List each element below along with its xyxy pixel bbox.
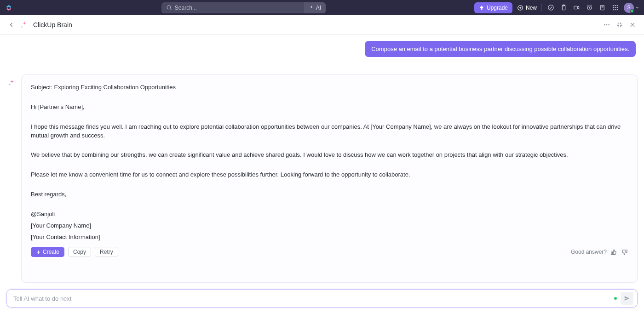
svg-point-18	[616, 7, 618, 8]
svg-point-21	[616, 9, 618, 11]
svg-point-22	[604, 24, 605, 25]
svg-point-23	[606, 24, 607, 25]
upgrade-icon	[479, 5, 484, 11]
email-contact: [Your Contact Information]	[31, 233, 628, 242]
create-button[interactable]: Create	[31, 247, 64, 257]
email-greeting: Hi [Partner's Name],	[31, 103, 628, 112]
svg-line-1	[170, 9, 171, 10]
new-button[interactable]: New	[517, 5, 537, 11]
svg-point-0	[167, 6, 171, 9]
more-options-button[interactable]	[603, 21, 611, 29]
plus-icon	[36, 250, 41, 255]
svg-point-5	[548, 5, 553, 10]
ai-response-card: Subject: Exploring Exciting Collaboratio…	[21, 74, 638, 283]
svg-point-20	[615, 9, 616, 11]
svg-point-19	[612, 9, 614, 11]
email-company: [Your Company Name]	[31, 222, 628, 230]
search-placeholder: Search...	[175, 5, 197, 11]
brain-icon	[20, 21, 29, 29]
thumbs-up-button[interactable]	[610, 249, 617, 256]
user-message: Compose an email to a potential business…	[365, 41, 636, 57]
send-icon	[624, 295, 630, 302]
clipboard-icon[interactable]	[559, 4, 568, 12]
svg-point-16	[612, 7, 614, 8]
email-subject: Subject: Exploring Exciting Collaboratio…	[31, 83, 628, 92]
collapse-button[interactable]	[615, 21, 624, 29]
user-menu[interactable]: S	[624, 3, 639, 13]
record-icon[interactable]	[572, 4, 581, 12]
page-title: ClickUp Brain	[33, 21, 72, 29]
search-ai-button[interactable]: AI	[304, 2, 326, 13]
chevron-down-icon	[635, 6, 639, 10]
send-button[interactable]	[621, 292, 633, 305]
search-icon	[166, 5, 172, 11]
email-para2: We believe that by combining our strengt…	[31, 151, 628, 160]
feedback-label: Good answer?	[571, 248, 607, 256]
ai-input[interactable]	[13, 295, 610, 302]
search-bar[interactable]: Search... AI	[161, 2, 326, 13]
copy-button[interactable]: Copy	[68, 247, 91, 257]
notepad-icon[interactable]	[598, 4, 606, 12]
ai-sparkle-icon	[6, 77, 17, 88]
avatar: S	[624, 3, 634, 13]
svg-point-24	[608, 24, 609, 25]
reminder-icon[interactable]	[585, 4, 593, 12]
email-para3: Please let me know a convenient time for…	[31, 171, 628, 179]
plus-circle-icon	[517, 5, 523, 11]
email-name: @Sanjoli	[31, 210, 628, 219]
ai-input-box[interactable]	[6, 289, 638, 308]
svg-point-17	[615, 7, 616, 8]
retry-button[interactable]: Retry	[95, 247, 118, 257]
back-button[interactable]	[7, 21, 16, 29]
svg-point-15	[616, 5, 618, 6]
status-indicator	[614, 297, 617, 300]
close-button[interactable]	[628, 21, 637, 29]
task-tray-icon[interactable]	[546, 4, 555, 12]
svg-rect-8	[574, 6, 577, 9]
page-header: ClickUp Brain	[0, 15, 644, 34]
thumbs-down-button[interactable]	[621, 249, 628, 256]
svg-point-14	[615, 5, 616, 6]
apps-icon[interactable]	[611, 4, 619, 12]
chat-content: Compose an email to a potential business…	[0, 34, 644, 314]
upgrade-button[interactable]: Upgrade	[474, 2, 512, 13]
sparkle-icon	[309, 5, 314, 11]
clickup-logo[interactable]	[5, 4, 13, 12]
email-signoff: Best regards,	[31, 190, 628, 199]
topbar: Search... AI Upgrade New	[0, 0, 644, 15]
svg-point-13	[612, 5, 614, 6]
email-para1: I hope this message finds you well. I am…	[31, 123, 628, 140]
